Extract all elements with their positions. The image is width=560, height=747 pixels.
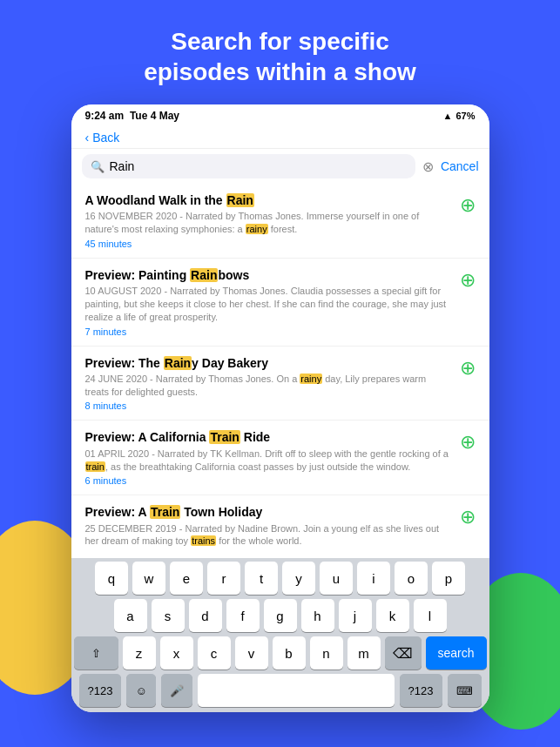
key-delete[interactable]: ⌫ bbox=[385, 636, 422, 670]
keyboard-row-3: ⇧ z x c v b n m ⌫ search bbox=[74, 636, 487, 670]
episode-meta: 10 AUGUST 2020 - Narrated by Thomas Jone… bbox=[85, 285, 453, 324]
episode-content: Preview: A Train Town Holiday 25 DECEMBE… bbox=[85, 504, 453, 550]
key-h[interactable]: h bbox=[301, 599, 334, 632]
episode-title: Preview: A California Train Ride bbox=[85, 429, 453, 445]
back-chevron-icon: ‹ bbox=[85, 131, 90, 145]
key-b[interactable]: b bbox=[273, 636, 306, 670]
wifi-icon: ▲ bbox=[443, 111, 453, 121]
key-y[interactable]: y bbox=[282, 562, 315, 595]
phone-mockup: 9:24 am Tue 4 May ▲ 67% ‹ Back 🔍 ⊗ Cance… bbox=[71, 104, 489, 712]
episode-title: Preview: Painting Rainbows bbox=[85, 267, 453, 283]
battery-icon: 67% bbox=[455, 111, 475, 121]
add-episode-button[interactable]: ⊕ bbox=[460, 194, 476, 217]
clear-button[interactable]: ⊗ bbox=[422, 158, 434, 175]
key-search[interactable]: search bbox=[426, 636, 487, 670]
episode-duration: 7 minutes bbox=[85, 326, 453, 337]
keyboard: q w e r t y u i o p a s d f g h j k l ⇧ … bbox=[71, 558, 489, 712]
search-bar: 🔍 ⊗ Cancel bbox=[71, 149, 489, 184]
episode-title: A Woodland Walk in the Rain bbox=[85, 192, 453, 208]
status-icons: ▲ 67% bbox=[443, 111, 476, 121]
episode-content: A Woodland Walk in the Rain 16 NOVEMBER … bbox=[85, 192, 453, 249]
key-s[interactable]: s bbox=[152, 599, 185, 632]
keyboard-row-2: a s d f g h j k l bbox=[74, 599, 487, 632]
episode-meta: 25 DECEMBER 2019 - Narrated by Nadine Br… bbox=[85, 522, 453, 548]
key-numbers[interactable]: ?123 bbox=[79, 674, 122, 707]
key-mic[interactable]: 🎤 bbox=[161, 674, 192, 707]
add-episode-button[interactable]: ⊕ bbox=[460, 357, 476, 380]
key-x[interactable]: x bbox=[160, 636, 193, 670]
key-e[interactable]: e bbox=[170, 562, 203, 595]
key-q[interactable]: q bbox=[95, 562, 128, 595]
add-episode-button[interactable]: ⊕ bbox=[460, 506, 476, 528]
key-g[interactable]: g bbox=[264, 599, 297, 632]
key-d[interactable]: d bbox=[189, 599, 222, 632]
key-space[interactable] bbox=[198, 674, 395, 707]
episode-duration: 45 minutes bbox=[85, 239, 453, 249]
key-j[interactable]: j bbox=[339, 599, 372, 632]
key-i[interactable]: i bbox=[357, 562, 390, 595]
episode-content: Preview: A California Train Ride 01 APRI… bbox=[85, 429, 453, 486]
key-l[interactable]: l bbox=[414, 599, 447, 632]
status-bar: 9:24 am Tue 4 May ▲ 67% bbox=[71, 104, 489, 125]
key-w[interactable]: w bbox=[132, 562, 165, 595]
key-o[interactable]: o bbox=[395, 562, 428, 595]
episode-title: Preview: A Train Town Holiday bbox=[85, 504, 453, 520]
cancel-button[interactable]: Cancel bbox=[441, 159, 479, 173]
search-icon: 🔍 bbox=[91, 160, 105, 173]
episode-meta: 24 JUNE 2020 - Narrated by Thomas Jones.… bbox=[85, 373, 453, 399]
back-label: Back bbox=[92, 131, 119, 145]
key-r[interactable]: r bbox=[207, 562, 240, 595]
back-bar: ‹ Back bbox=[71, 125, 489, 149]
key-z[interactable]: z bbox=[123, 636, 156, 670]
page-header: Search for specific episodes within a sh… bbox=[0, 0, 560, 104]
episode-item: A Woodland Walk in the Rain 16 NOVEMBER … bbox=[71, 184, 489, 259]
episode-meta: 16 NOVEMBER 2020 - Narrated by Thomas Jo… bbox=[85, 210, 453, 236]
keyboard-bottom-row: ?123 ☺ 🎤 ?123 ⌨ bbox=[74, 674, 487, 707]
key-a[interactable]: a bbox=[114, 599, 147, 632]
episode-content: Preview: Painting Rainbows 10 AUGUST 202… bbox=[85, 267, 453, 337]
episode-duration: 8 minutes bbox=[85, 400, 453, 411]
key-emoji[interactable]: ☺ bbox=[126, 674, 155, 707]
key-p[interactable]: p bbox=[432, 562, 465, 595]
key-c[interactable]: c bbox=[198, 636, 231, 670]
episode-list: A Woodland Walk in the Rain 16 NOVEMBER … bbox=[71, 184, 489, 558]
episode-duration: 6 minutes bbox=[85, 475, 453, 486]
search-input-wrapper[interactable]: 🔍 bbox=[82, 154, 415, 178]
key-n[interactable]: n bbox=[310, 636, 343, 670]
key-m[interactable]: m bbox=[347, 636, 381, 670]
key-t[interactable]: t bbox=[245, 562, 278, 595]
add-episode-button[interactable]: ⊕ bbox=[460, 431, 476, 454]
episode-item: Preview: A California Train Ride 01 APRI… bbox=[71, 421, 489, 495]
episode-title: Preview: The Rainy Day Bakery bbox=[85, 355, 453, 371]
status-time: 9:24 am Tue 4 May bbox=[85, 110, 180, 122]
key-numbers-right[interactable]: ?123 bbox=[400, 674, 442, 707]
key-shift[interactable]: ⇧ bbox=[74, 636, 118, 670]
key-v[interactable]: v bbox=[235, 636, 268, 670]
episode-item: Preview: The Rainy Day Bakery 24 JUNE 20… bbox=[71, 347, 489, 421]
back-button[interactable]: ‹ Back bbox=[85, 131, 476, 145]
episode-meta: 01 APRIL 2020 - Narrated by TK Kellman. … bbox=[85, 448, 453, 474]
key-f[interactable]: f bbox=[226, 599, 260, 632]
keyboard-row-1: q w e r t y u i o p bbox=[74, 562, 487, 595]
key-u[interactable]: u bbox=[320, 562, 353, 595]
episode-item: Preview: A Train Town Holiday 25 DECEMBE… bbox=[71, 495, 489, 558]
key-k[interactable]: k bbox=[376, 599, 409, 632]
episode-item: Preview: Painting Rainbows 10 AUGUST 202… bbox=[71, 259, 489, 347]
key-keyboard[interactable]: ⌨ bbox=[448, 674, 482, 707]
episode-content: Preview: The Rainy Day Bakery 24 JUNE 20… bbox=[85, 355, 453, 412]
add-episode-button[interactable]: ⊕ bbox=[460, 269, 476, 292]
search-input[interactable] bbox=[110, 159, 407, 173]
